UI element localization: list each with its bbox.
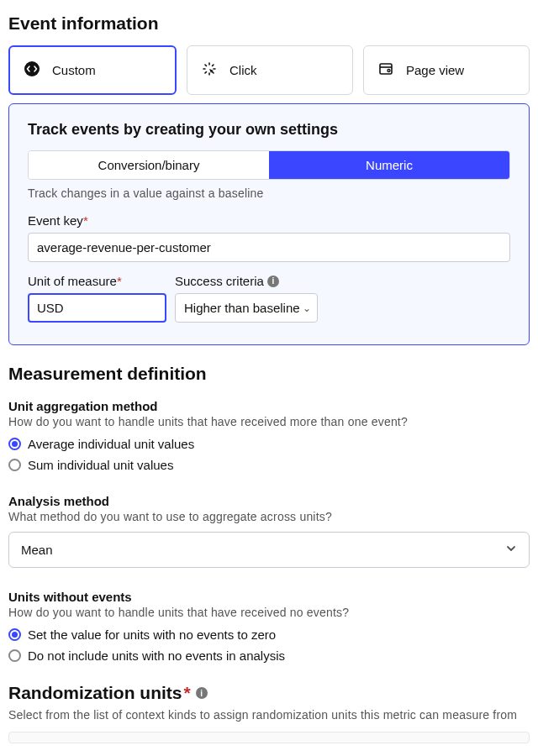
analysis-method-value: Mean xyxy=(21,543,53,557)
success-criteria-select[interactable]: Higher than baseline xyxy=(175,293,318,323)
custom-panel-heading: Track events by creating your own settin… xyxy=(28,121,510,139)
event-type-row: Custom Click Page view xyxy=(8,45,530,95)
svg-point-3 xyxy=(388,70,390,71)
randomization-select[interactable] xyxy=(8,732,530,743)
seg-numeric[interactable]: Numeric xyxy=(269,151,509,179)
radio-label: Sum individual unit values xyxy=(28,458,173,472)
unit-of-measure-label: Unit of measure* xyxy=(28,274,166,288)
unit-aggregation-hint: How do you want to handle units that hav… xyxy=(8,415,530,428)
radio-avg-unit-values[interactable]: Average individual unit values xyxy=(8,437,530,451)
numeric-hint: Track changes in a value against a basel… xyxy=(28,186,510,200)
custom-settings-panel: Track events by creating your own settin… xyxy=(8,103,530,345)
unit-aggregation-label: Unit aggregation method xyxy=(8,399,530,413)
radio-sum-unit-values[interactable]: Sum individual unit values xyxy=(8,458,530,472)
event-type-click[interactable]: Click xyxy=(187,45,353,95)
code-icon xyxy=(24,60,40,80)
event-type-custom[interactable]: Custom xyxy=(8,45,177,95)
section-title-randomization: Randomization units* i xyxy=(8,683,530,703)
radio-icon xyxy=(8,459,21,471)
units-without-events-label: Units without events xyxy=(8,590,530,604)
event-type-custom-label: Custom xyxy=(52,63,96,77)
event-type-click-label: Click xyxy=(229,63,257,77)
event-type-page-view[interactable]: Page view xyxy=(363,45,530,95)
info-icon[interactable]: i xyxy=(196,687,208,699)
event-key-input[interactable] xyxy=(28,233,510,262)
radio-icon xyxy=(8,438,21,450)
radio-icon xyxy=(8,649,21,662)
metric-type-segmented: Conversion/binary Numeric xyxy=(28,150,510,180)
radio-icon xyxy=(8,628,21,641)
section-title-event-info: Event information xyxy=(8,13,530,34)
event-type-page-view-label: Page view xyxy=(406,63,464,77)
radio-label: Average individual unit values xyxy=(28,437,194,451)
analysis-method-hint: What method do you want to use to aggreg… xyxy=(8,510,530,523)
radio-label: Set the value for units with no events t… xyxy=(28,627,276,642)
randomization-hint: Select from the list of context kinds to… xyxy=(8,708,530,722)
success-criteria-label: Success criteria i xyxy=(175,274,318,288)
units-without-events-hint: How do you want to handle units that hav… xyxy=(8,606,530,619)
radio-zero-units[interactable]: Set the value for units with no events t… xyxy=(8,627,530,642)
seg-conversion[interactable]: Conversion/binary xyxy=(29,151,269,179)
page-view-icon xyxy=(377,60,394,80)
unit-of-measure-input[interactable] xyxy=(28,293,166,323)
event-key-label: Event key* xyxy=(28,213,510,228)
radio-exclude-units[interactable]: Do not include units with no events in a… xyxy=(8,648,530,663)
click-icon xyxy=(201,60,218,80)
radio-label: Do not include units with no events in a… xyxy=(28,648,285,663)
section-title-measurement: Measurement definition xyxy=(8,364,530,384)
chevron-down-icon xyxy=(505,543,517,557)
analysis-method-label: Analysis method xyxy=(8,494,530,508)
analysis-method-select[interactable]: Mean xyxy=(8,532,530,568)
svg-rect-1 xyxy=(380,64,392,74)
info-icon[interactable]: i xyxy=(267,276,279,287)
